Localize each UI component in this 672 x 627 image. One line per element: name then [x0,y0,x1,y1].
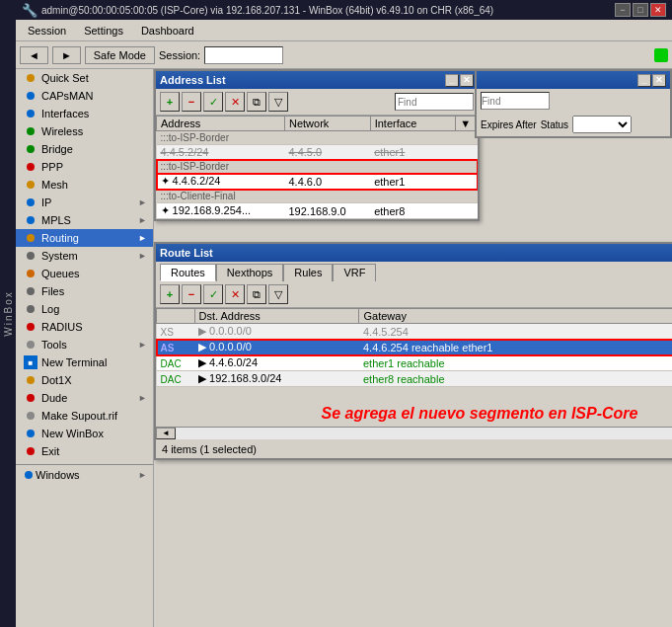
address-list-panel: Address List _ ✕ + − ✓ ✕ ⧉ ▽ [154,69,480,221]
table-row[interactable]: DAC ▶ 4.4.6.0/24 ether1 reachable 0 [157,355,673,371]
route-x-button[interactable]: ✕ [225,284,245,304]
route-list-panel: Route List _ □ ✕ Routes Nexthops Rules V… [154,242,672,460]
addr-filter-button[interactable]: ▽ [268,92,288,112]
route-flag-dac1: DAC [157,355,195,371]
route-check-button[interactable]: ✓ [203,284,223,304]
table-row[interactable]: ✦ 192.168.9.254... 192.168.9.0 ether8 [157,203,478,219]
col-network[interactable]: Network [285,117,371,131]
sidebar-item-interfaces[interactable]: Interfaces [16,105,153,122]
sidebar-arrow-mpls: ► [138,215,147,225]
sidebar-item-radius[interactable]: RADIUS [16,318,153,336]
menu-settings[interactable]: Settings [76,23,131,39]
main-toolbar: ◄ ► Safe Mode Session: [16,41,672,69]
sidebar-item-log[interactable]: Log [16,300,153,318]
addr-network-cell-3: 192.168.9.0 [285,203,371,219]
col-interface[interactable]: Interface [370,117,456,131]
route-filter-button[interactable]: ▽ [268,284,288,304]
back-button[interactable]: ◄ [20,46,48,64]
addr-address-cell-2: ✦ 4.4.6.2/24 [157,174,285,190]
addr-remove-button[interactable]: − [182,92,201,112]
sidebar-label-mesh: Mesh [41,179,68,191]
route-dst-dac2: ▶ 192.168.9.0/24 [194,371,359,387]
route-add-button[interactable]: + [160,284,180,304]
addr-hide-button[interactable]: _ [445,74,459,87]
route-gw-dac1: ether1 reachable [359,355,672,371]
addr-interface-cell-2: ether1 [370,174,456,190]
scroll-track[interactable] [176,428,672,439]
route-tabs: Routes Nexthops Rules VRF [156,262,672,281]
table-row[interactable]: AS ▶ 0.0.0.0/0 4.4.6.254 reachable ether… [157,340,673,355]
close-button[interactable]: ✕ [650,3,666,17]
route-remove-button[interactable]: − [182,284,201,304]
col-address[interactable]: Address [157,117,285,131]
sidebar-item-dude[interactable]: Dude ► [16,389,153,407]
table-row[interactable]: DAC ▶ 192.168.9.0/24 ether8 reachable 0 [157,371,673,387]
col-gateway[interactable]: Gateway [359,309,672,324]
menu-dashboard[interactable]: Dashboard [133,23,202,39]
menu-session[interactable]: Session [20,23,74,39]
sidebar-item-dot1x[interactable]: Dot1X [16,371,153,389]
connection-indicator [654,48,668,62]
sidebar-item-capsman[interactable]: CAPsMAN [16,87,153,105]
addr-add-button[interactable]: + [160,92,180,112]
addr-close-button[interactable]: ✕ [460,74,474,87]
route-copy-button[interactable]: ⧉ [247,284,266,304]
tab-nexthops[interactable]: Nexthops [216,264,283,281]
sidebar: Quick Set CAPsMAN Interfaces Wireless Br… [16,69,154,627]
sidebar-label-dot1x: Dot1X [41,374,72,386]
col-flag[interactable] [157,309,195,324]
sidebar-item-supout[interactable]: Make Supout.rif [16,407,153,425]
sidebar-item-routing[interactable]: Routing ► [16,229,153,247]
sidebar-item-wireless[interactable]: Wireless [16,122,153,140]
expires-close-btn[interactable]: ✕ [652,74,666,87]
scroll-left-btn[interactable]: ◄ [156,428,176,439]
addr-toolbar: + − ✓ ✕ ⧉ ▽ [156,89,478,116]
safe-mode-button[interactable]: Safe Mode [85,46,155,64]
route-list-title: Route List _ □ ✕ [156,244,672,262]
announcement-container: Se agrega el nuevo segmento en ISP-Core [156,387,672,427]
session-input[interactable] [204,46,283,64]
tab-vrf[interactable]: VRF [333,264,376,281]
sidebar-item-system[interactable]: System ► [16,247,153,265]
minimize-button[interactable]: − [615,3,631,17]
tab-rules[interactable]: Rules [283,264,333,281]
sidebar-item-mpls[interactable]: MPLS ► [16,211,153,229]
sidebar-label-terminal: New Terminal [41,356,107,368]
table-row[interactable]: XS ▶ 0.0.0.0/0 4.4.5.254 1 [157,324,673,340]
col-dst[interactable]: Dst. Address [194,309,359,324]
route-dst-dac1: ▶ 4.4.6.0/24 [194,355,359,371]
forward-button[interactable]: ► [52,46,81,64]
table-row[interactable]: 4.4.5.2/24 4.4.5.0 ether1 [157,145,478,160]
addr-copy-button[interactable]: ⧉ [247,92,266,112]
sidebar-item-quickset[interactable]: Quick Set [16,69,153,87]
sidebar-item-exit[interactable]: Exit [16,442,153,460]
status-select[interactable] [572,116,632,133]
maximize-button[interactable]: □ [633,3,648,17]
route-toolbar: + − ✓ ✕ ⧉ ▽ all [156,281,672,308]
sidebar-arrow-tools: ► [138,340,147,350]
expires-hide-btn[interactable]: _ [637,74,651,87]
sidebar-item-files[interactable]: Files [16,282,153,300]
route-flag-as: AS [157,340,195,355]
addr-x-button[interactable]: ✕ [225,92,245,112]
table-row[interactable]: ✦ 4.4.6.2/24 4.4.6.0 ether1 [157,174,478,190]
route-gw-as: 4.4.6.254 reachable ether1 [359,340,672,355]
expires-toolbar [477,89,670,113]
table-row: :::to-ISP-Border [157,131,478,145]
sidebar-item-newwinbox[interactable]: New WinBox [16,425,153,442]
tab-routes[interactable]: Routes [160,264,216,281]
sidebar-label-exit: Exit [41,445,59,457]
sidebar-item-tools[interactable]: Tools ► [16,336,153,353]
expires-find-input[interactable] [481,92,550,110]
sidebar-item-bridge[interactable]: Bridge [16,140,153,158]
sidebar-item-queues[interactable]: Queues [16,265,153,282]
sidebar-item-ppp[interactable]: PPP [16,158,153,176]
route-scrollbar[interactable]: ◄ ► [156,427,672,438]
title-bar: 🔧 admin@50:00:00:05:00:05 (ISP-Core) via… [16,0,672,20]
sidebar-item-ip[interactable]: IP ► [16,194,153,211]
addr-address-cell-3: ✦ 192.168.9.254... [157,203,285,219]
sidebar-item-mesh[interactable]: Mesh [16,176,153,194]
addr-find-input[interactable] [395,93,474,111]
sidebar-item-terminal[interactable]: ■ New Terminal [16,353,153,371]
addr-check-button[interactable]: ✓ [203,92,223,112]
